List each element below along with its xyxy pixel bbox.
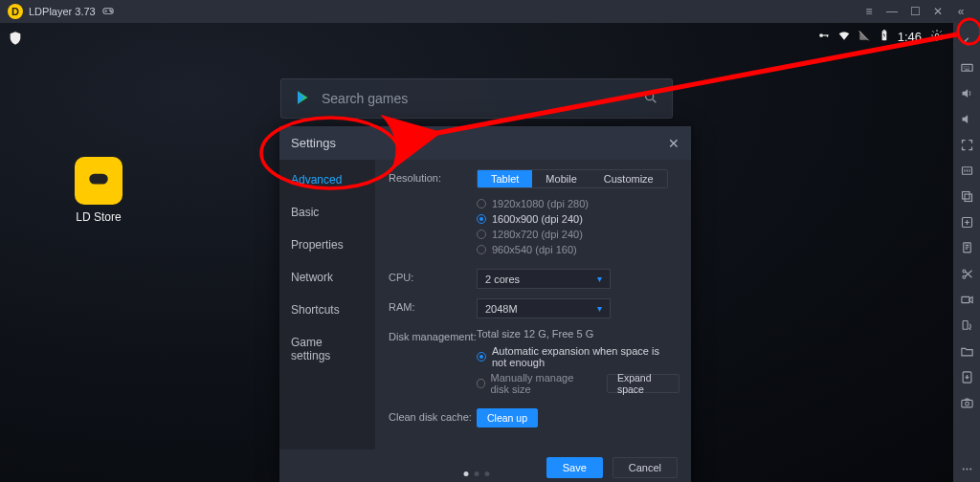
more-icon[interactable] (953, 456, 980, 482)
gamepad-icon (86, 165, 111, 196)
disk-total-line: Total size 12 G, Free 5 G (477, 328, 679, 340)
record-icon[interactable] (953, 287, 980, 313)
res-option-1920[interactable]: 1920x1080 (dpi 280) (477, 198, 679, 209)
android-statusbar: 1:46 (817, 29, 944, 45)
vpn-key-icon (817, 29, 831, 45)
emulator-viewport: 1:46 LD Store Search games (0, 23, 953, 482)
label-disk-management: Disk management: (389, 328, 477, 399)
sidebar-item-advanced[interactable]: Advanced (279, 164, 375, 196)
settings-header: Settings ✕ (279, 126, 691, 160)
save-button[interactable]: Save (546, 457, 603, 478)
res-option-1600[interactable]: 1600x900 (dpi 240) (477, 213, 679, 225)
sidebar-item-network[interactable]: Network (279, 261, 375, 294)
settings-window: Settings ✕ Advanced Basic Properties Net… (279, 126, 691, 482)
svg-rect-24 (961, 400, 971, 407)
ldstore-shortcut[interactable]: LD Store (65, 157, 132, 224)
svg-point-25 (965, 402, 969, 405)
seg-tablet[interactable]: Tablet (478, 170, 532, 187)
apk-install-icon[interactable] (953, 364, 980, 390)
disk-option-auto[interactable]: Automatic expansion when space is not en… (477, 345, 679, 368)
app-logo-icon: D (8, 4, 23, 19)
no-sim-icon (858, 29, 871, 45)
label-cpu: CPU: (389, 269, 477, 289)
chevron-down-icon: ▾ (597, 303, 602, 314)
svg-rect-21 (961, 296, 969, 302)
rotate-icon[interactable] (953, 313, 980, 339)
svg-rect-10 (89, 174, 108, 185)
collapse-sidebar-button[interactable]: « (949, 2, 972, 21)
cpu-select[interactable]: 2 cores▾ (477, 269, 611, 289)
volume-down-icon[interactable] (953, 106, 980, 132)
close-icon[interactable]: ✕ (668, 136, 679, 151)
screenshot-icon[interactable] (953, 390, 980, 416)
settings-sidebar: Advanced Basic Properties Network Shortc… (279, 160, 375, 449)
search-placeholder: Search games (322, 91, 408, 106)
shared-folder-icon[interactable] (953, 339, 980, 364)
titlebar: D LDPlayer 3.73 ≡ — ☐ ✕ « (0, 0, 980, 23)
maximize-button[interactable]: ☐ (903, 2, 926, 21)
svg-rect-18 (963, 243, 970, 252)
wifi-icon (837, 29, 851, 45)
seg-customize[interactable]: Customize (590, 170, 667, 187)
shield-icon (8, 31, 23, 50)
search-icon[interactable] (643, 90, 658, 108)
svg-point-27 (966, 469, 968, 471)
battery-charging-icon (878, 29, 891, 45)
res-option-960[interactable]: 960x540 (dpi 160) (477, 244, 679, 255)
svg-rect-16 (965, 194, 972, 202)
svg-point-11 (646, 92, 654, 99)
svg-point-9 (935, 33, 939, 37)
ram-select[interactable]: 2048M▾ (477, 298, 611, 318)
script-icon[interactable] (953, 235, 980, 261)
close-button[interactable]: ✕ (926, 2, 949, 21)
label-resolution: Resolution: (389, 169, 477, 259)
menu-icon[interactable]: ≡ (858, 2, 880, 21)
label-clean-cache: Clean disk cache: (389, 408, 477, 427)
volume-up-icon[interactable] (953, 80, 980, 106)
search-bar[interactable]: Search games (280, 78, 673, 119)
scissors-icon[interactable] (953, 261, 980, 287)
svg-point-28 (969, 469, 971, 471)
settings-footer: Save Cancel (279, 449, 691, 482)
gamepad-icon (101, 4, 115, 19)
sidebar-item-basic[interactable]: Basic (279, 196, 375, 229)
multi-instance-icon[interactable] (953, 184, 980, 209)
settings-panel-advanced: Resolution: Tablet Mobile Customize 1920… (375, 160, 691, 449)
cancel-button[interactable]: Cancel (612, 457, 678, 478)
emulator-toolbar (953, 23, 980, 482)
label-ram: RAM: (389, 298, 477, 318)
keyboard-icon[interactable] (953, 55, 980, 80)
svg-rect-5 (827, 34, 828, 36)
back-icon[interactable] (953, 29, 980, 55)
settings-title: Settings (291, 136, 336, 150)
svg-rect-8 (883, 30, 885, 31)
chevron-down-icon: ▾ (597, 274, 602, 284)
cleanup-button[interactable]: Clean up (477, 408, 538, 427)
disk-option-manual[interactable]: Manually manage disk size Expand space (477, 372, 679, 395)
sync-add-icon[interactable] (953, 209, 980, 235)
res-option-1280[interactable]: 1280x720 (dpi 240) (477, 229, 679, 240)
svg-rect-22 (963, 321, 968, 330)
seg-mobile[interactable]: Mobile (532, 170, 590, 187)
svg-line-12 (653, 99, 656, 102)
keymap-icon[interactable] (953, 158, 980, 184)
system-settings-icon[interactable] (930, 29, 944, 45)
status-time: 1:46 (898, 30, 922, 44)
ldstore-label: LD Store (65, 210, 132, 224)
home-pagination (464, 471, 490, 476)
resolution-mode-segment: Tablet Mobile Customize (477, 169, 668, 188)
sidebar-item-game-settings[interactable]: Game settings (279, 326, 375, 372)
svg-point-26 (962, 469, 964, 471)
minimize-button[interactable]: — (880, 2, 903, 21)
play-store-icon (295, 89, 312, 109)
sidebar-item-properties[interactable]: Properties (279, 229, 375, 261)
svg-point-2 (111, 11, 112, 12)
app-title: LDPlayer 3.73 (29, 6, 96, 17)
svg-rect-15 (962, 192, 969, 200)
fullscreen-icon[interactable] (953, 132, 980, 158)
sidebar-item-shortcuts[interactable]: Shortcuts (279, 294, 375, 326)
expand-space-button[interactable]: Expand space (607, 374, 679, 393)
